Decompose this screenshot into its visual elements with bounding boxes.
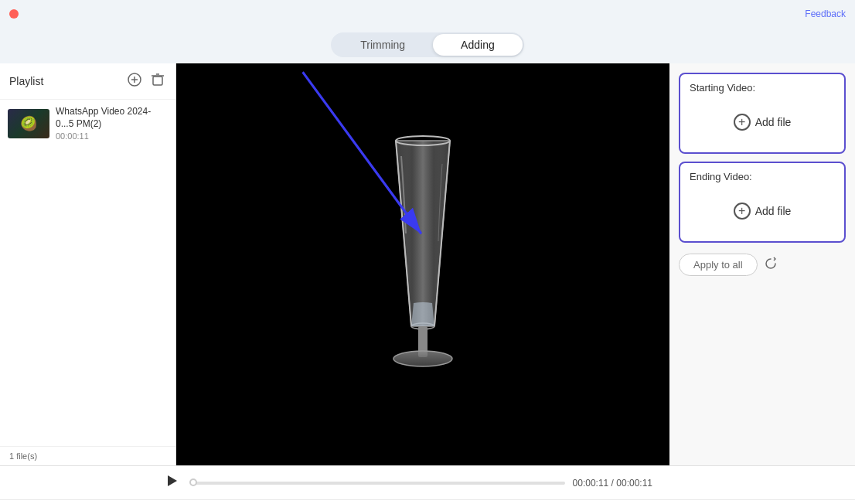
add-playlist-item-button[interactable] <box>126 71 143 91</box>
current-time: 00:00:11 <box>573 478 609 489</box>
svg-point-11 <box>393 351 452 366</box>
video-content <box>176 63 669 465</box>
playlist-info: WhatsApp Video 2024-0...5 PM(2) 00:00:11 <box>56 106 168 141</box>
starting-video-label: Starting Video: <box>690 82 835 94</box>
apply-row: Apply to all <box>679 254 846 276</box>
main-layout: Playlist <box>0 63 855 465</box>
player-bar-left <box>9 473 186 492</box>
total-time: 00:00:11 <box>616 478 652 489</box>
file-count: 1 file(s) <box>0 446 175 465</box>
apply-to-all-button[interactable]: Apply to all <box>679 254 758 276</box>
svg-rect-3 <box>153 77 162 85</box>
video-frame <box>353 125 492 404</box>
add-starting-file-button[interactable]: + Add file <box>690 100 835 145</box>
tab-bar: Trimming Adding <box>0 28 855 63</box>
sidebar-header: Playlist <box>0 63 175 100</box>
ending-video-label: Ending Video: <box>690 171 835 182</box>
remove-playlist-item-button[interactable] <box>149 71 166 91</box>
starting-video-slot: Starting Video: + Add file <box>679 73 846 154</box>
playlist-item-name: WhatsApp Video 2024-0...5 PM(2) <box>56 106 168 130</box>
progress-bar[interactable] <box>193 482 565 485</box>
add-ending-file-button[interactable]: + Add file <box>690 189 835 233</box>
tab-container: Trimming Adding <box>331 32 523 57</box>
player-bar: 00:00:11 / 00:00:11 <box>0 465 855 499</box>
thumb-inner: 🥝 <box>8 109 49 138</box>
progress-dot[interactable] <box>189 478 197 486</box>
top-bar: Feedback <box>0 0 855 28</box>
feedback-link[interactable]: Feedback <box>805 9 846 19</box>
ending-video-slot: Ending Video: + Add file <box>679 162 846 243</box>
add-starting-icon: + <box>734 114 751 131</box>
right-panel: Starting Video: + Add file Ending Video:… <box>669 63 855 465</box>
add-ending-icon: + <box>734 203 751 220</box>
list-item[interactable]: 🥝 WhatsApp Video 2024-0...5 PM(2) 00:00:… <box>0 100 175 147</box>
refresh-button[interactable] <box>764 257 778 274</box>
play-button[interactable] <box>164 473 179 492</box>
add-starting-label: Add file <box>755 116 792 128</box>
traffic-light-red[interactable] <box>9 9 19 19</box>
thumb-emoji: 🥝 <box>20 115 37 132</box>
tab-adding[interactable]: Adding <box>433 34 523 56</box>
sidebar-actions <box>126 71 166 91</box>
svg-marker-14 <box>168 475 177 486</box>
thumbnail: 🥝 <box>8 109 49 138</box>
tab-trimming[interactable]: Trimming <box>332 34 433 56</box>
sidebar: Playlist <box>0 63 176 465</box>
playlist-title: Playlist <box>9 75 43 87</box>
time-display: 00:00:11 / 00:00:11 <box>573 478 652 489</box>
add-ending-label: Add file <box>755 205 792 217</box>
time-separator: / <box>611 478 614 489</box>
playlist-item-duration: 00:00:11 <box>56 131 168 141</box>
bottom-bar: File Location: Added ▼ Start <box>0 499 855 504</box>
video-area <box>176 63 669 465</box>
